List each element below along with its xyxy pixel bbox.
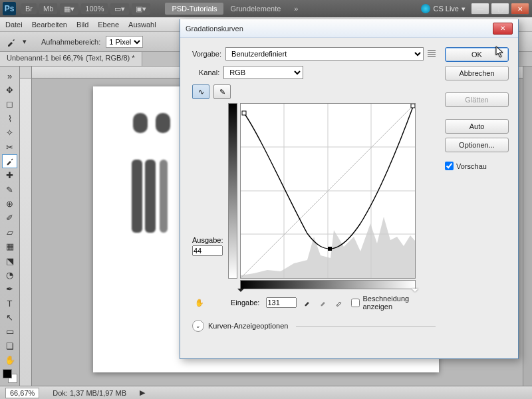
menu-bearbeiten[interactable]: Bearbeiten [32,21,67,29]
app-titlebar: Ps Br Mb ▦▾ 100% ▭▾ ▣▾ PSD-Tutorials Gru… [0,0,532,17]
lasso-tool[interactable]: ⌇ [2,112,17,125]
white-eyedropper-icon[interactable] [335,297,344,308]
divider [296,326,436,327]
curve-graph[interactable] [240,103,416,279]
ruler-corner [20,66,32,78]
workspace-tab-more[interactable]: » [287,3,305,15]
status-bar: 66,67% Dok: 1,37 MB/1,97 MB ▶ [0,386,532,399]
eyedropper-icon [5,36,17,48]
preview-checkbox[interactable] [445,162,454,170]
preset-select[interactable]: Benutzerdefiniert [225,47,424,61]
menu-datei[interactable]: Datei [5,21,23,29]
black-point-slider[interactable] [237,289,244,295]
right-panel-collapsed[interactable] [523,66,532,386]
output-label: Ausgabe: [192,236,223,244]
viewextras-chip[interactable]: ▦▾ [60,3,78,15]
dialog-title: Gradationskurven [186,25,243,33]
window-maximize[interactable]: ▢ [491,3,509,15]
dialog-close-button[interactable]: ✕ [493,23,513,35]
curve-mode-button[interactable]: ∿ [192,84,209,99]
zoom-chip[interactable]: 100% [81,3,108,14]
move-tool[interactable]: ✥ [2,83,17,96]
cslive-icon [421,4,430,13]
window-close[interactable]: ✕ [511,3,529,15]
stamp-tool[interactable]: ⊕ [2,197,17,210]
sample-size-label: Aufnahmebereich: [41,38,100,46]
menu-auswahl[interactable]: Auswahl [128,21,156,29]
display-options-label: Kurven-Anzeigeoptionen [208,322,288,330]
input-label: Eingabe: [231,299,259,307]
preset-label: Vorgabe: [192,50,221,58]
document-tab[interactable]: Unbenannt-1 bei 66,7% (Text, RGB/8) * [0,52,142,66]
workspace-tab-active[interactable]: PSD-Tutorials [165,3,223,15]
curves-dialog: Gradationskurven ✕ Vorgabe: Benutzerdefi… [180,19,519,359]
white-point-slider[interactable] [412,289,418,295]
svg-rect-8 [328,247,332,251]
ps-logo: Ps [3,2,16,15]
zoom-value[interactable]: 66,67% [5,388,39,398]
doc-size: Dok: 1,37 MB/1,97 MB [53,389,126,397]
workspace-tab-other[interactable]: Grundelemente [223,3,287,15]
gradient-tool[interactable]: ▦ [2,240,17,253]
pen-tool[interactable]: ✒ [2,283,17,296]
window-minimize[interactable]: — [471,3,489,15]
black-eyedropper-icon[interactable] [303,297,313,308]
dodge-tool[interactable]: ◔ [2,268,17,281]
input-field[interactable] [266,297,297,308]
eyedropper-tool[interactable] [2,154,17,168]
minibridge-chip[interactable]: Mb [39,3,57,14]
crop-tool[interactable]: ✂ [2,140,17,154]
screenmode-chip[interactable]: ▣▾ [132,3,150,15]
options-button[interactable]: Optionen... [445,138,509,152]
3d-tool[interactable]: ❏ [2,339,17,352]
heal-tool[interactable]: ✚ [2,169,17,182]
input-gradient[interactable] [240,280,416,289]
menu-bild[interactable]: Bild [76,21,88,29]
type-tool[interactable]: T [2,297,17,310]
cancel-button[interactable]: Abbrechen [445,66,509,80]
cslive-menu[interactable]: CS Live ▾ [421,4,466,13]
collapse-icon[interactable]: » [2,69,17,82]
gray-eyedropper-icon[interactable] [319,297,329,308]
wand-tool[interactable]: ✧ [2,126,17,140]
ruler-vertical[interactable] [20,78,32,386]
hand-icon[interactable]: ✋ [195,299,204,307]
output-gradient [228,103,237,279]
channel-label: Kanal: [199,68,219,76]
clipping-label: Beschneidung anzeigen [362,295,436,311]
color-swatch[interactable] [3,369,17,383]
menu-ebene[interactable]: Ebene [98,21,119,29]
bridge-chip[interactable]: Br [21,3,37,14]
pencil-mode-button[interactable]: ✎ [213,84,231,99]
status-chevron-icon[interactable]: ▶ [140,388,145,397]
eraser-tool[interactable]: ▱ [2,225,17,239]
path-tool[interactable]: ↖ [2,311,17,324]
shape-tool[interactable]: ▭ [2,325,17,338]
blur-tool[interactable]: ⬔ [2,254,17,267]
preset-menu-icon[interactable] [428,50,436,58]
hand-tool[interactable]: ✋ [2,354,17,367]
marquee-tool[interactable]: ◻ [2,98,17,111]
auto-button[interactable]: Auto [445,119,509,134]
sample-size-select[interactable]: 1 Pixel [106,36,143,48]
channel-select[interactable]: RGB [223,66,303,79]
arrange-chip[interactable]: ▭▾ [110,3,129,15]
tool-palette: » ✥ ◻ ⌇ ✧ ✂ ✚ ✎ ⊕ ✐ ▱ ▦ ⬔ ◔ ✒ T ↖ ▭ ❏ ✋ [0,66,20,386]
dialog-titlebar[interactable]: Gradationskurven ✕ [180,19,518,38]
preview-label: Vorschau [456,162,487,170]
disclosure-icon[interactable]: ⌄ [192,320,204,332]
history-brush-tool[interactable]: ✐ [2,211,17,225]
brush-tool[interactable]: ✎ [2,183,17,196]
output-field[interactable] [192,245,223,256]
svg-rect-7 [242,111,246,115]
svg-rect-9 [411,104,415,108]
clipping-checkbox[interactable] [351,299,360,307]
ok-button[interactable]: OK [445,47,509,62]
smooth-button[interactable]: Glätten [445,92,509,107]
cslive-label: CS Live [433,5,459,13]
